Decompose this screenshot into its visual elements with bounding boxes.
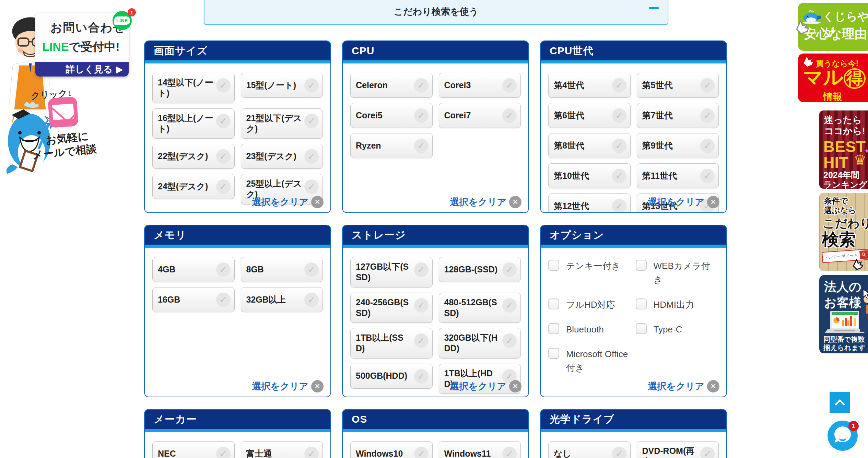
filter-option-button[interactable]: 4GB✓	[152, 257, 235, 282]
filter-option-button[interactable]: 21型以下(デスク)✓	[241, 108, 323, 139]
check-icon: ✓	[216, 293, 231, 307]
checkbox-icon[interactable]	[548, 323, 559, 334]
banner-kujiraya-reasons[interactable]: くじらやが 安心な理由	[798, 3, 868, 51]
panel-title: 画面サイズ	[154, 44, 208, 58]
checkbox-icon[interactable]	[548, 348, 559, 359]
mail-consult-banner[interactable]: クリック↓ お気軽に メールで相談	[2, 90, 108, 176]
option-checkbox[interactable]: WEBカメラ付き	[636, 260, 719, 287]
filter-option-button[interactable]: 128GB-(SSD)✓	[439, 257, 521, 282]
filter-option-button[interactable]: 16型以上(ノート)✓	[152, 108, 235, 139]
check-icon: ✓	[700, 447, 715, 458]
clear-selection-link[interactable]: 選択をクリア ✕	[252, 196, 324, 208]
filter-option-button[interactable]: 23型(デスク)✓	[241, 144, 323, 169]
option-checkbox[interactable]: Type-C	[636, 323, 719, 336]
filter-option-button[interactable]: 第4世代✓	[548, 73, 631, 98]
filter-option-button[interactable]: 32GB以上✓	[241, 287, 323, 312]
panel-body: 14型以下(ノート)✓15型(ノート)✓16型以上(ノート)✓21型以下(デスク…	[145, 63, 330, 212]
filter-option-button[interactable]: 8GB✓	[241, 257, 323, 282]
filter-option-label: なし	[554, 448, 571, 458]
filter-option-button[interactable]: Corei5✓	[350, 103, 433, 128]
option-checkbox[interactable]: Bluetooth	[548, 323, 632, 336]
checkbox-icon[interactable]	[548, 260, 559, 271]
clear-selection-label: 選択をクリア	[252, 196, 308, 208]
panel-body: Celeron✓Corei3✓Corei5✓Corei7✓Ryzen✓ 選択をク…	[343, 63, 528, 212]
filter-option-button[interactable]: 第11世代✓	[637, 163, 719, 188]
filter-option-button[interactable]: 第10世代✓	[548, 163, 631, 188]
collapse-minus-icon[interactable]	[649, 7, 659, 9]
banner-corporate-sub2: 揃えられます	[823, 343, 865, 352]
filter-option-button[interactable]: Windows11✓	[439, 441, 521, 458]
filter-option-label: 16型以上(ノート)	[158, 113, 214, 134]
checkbox-icon[interactable]	[548, 298, 559, 309]
filter-panel-optical-drive: 光学ドライブ なし✓DVD-ROM(再生)✓ 選択をクリア ✕	[540, 409, 727, 458]
checkbox-icon[interactable]	[636, 323, 647, 334]
filter-option-button[interactable]: 第6世代✓	[548, 103, 631, 128]
clear-selection-label: 選択をクリア	[252, 380, 308, 392]
filter-option-label: 1TB以上(SSD)	[356, 332, 412, 354]
clear-selection-label: 選択をクリア	[450, 380, 506, 392]
filter-option-button[interactable]: 第7世代✓	[637, 103, 719, 128]
filter-option-button[interactable]: Celeron✓	[350, 73, 433, 98]
filter-option-button[interactable]: 第8世代✓	[548, 133, 631, 158]
panel-accent-stripe	[541, 60, 726, 63]
filter-option-button[interactable]: 第5世代✓	[637, 73, 719, 98]
filter-option-button[interactable]: 320GB以下(HDD)✓	[439, 328, 521, 359]
filter-option-button[interactable]: 富士通✓	[241, 441, 323, 458]
panel-items: Windows10✓Windows11✓	[350, 441, 521, 458]
option-checkbox[interactable]: テンキー付き	[548, 260, 632, 273]
filter-panel-screen-size: 画面サイズ 14型以下(ノート)✓15型(ノート)✓16型以上(ノート)✓21型…	[144, 40, 331, 213]
advanced-search-toggle[interactable]: こだわり検索を使う	[204, 0, 668, 25]
filter-option-button[interactable]: 15型(ノート)✓	[241, 73, 323, 98]
panel-header: メーカー	[145, 410, 330, 429]
filter-option-button[interactable]: 24型(デスク)✓	[152, 174, 235, 199]
filter-panel-maker: メーカー NEC✓富士通✓ 選択をクリア ✕	[144, 409, 331, 458]
clear-x-icon: ✕	[707, 380, 719, 392]
filter-option-button[interactable]: 480-512GB(SSD)✓	[439, 293, 521, 323]
clear-selection-link[interactable]: 選択をクリア ✕	[648, 380, 719, 392]
check-icon: ✓	[700, 108, 715, 123]
line-banner-cta[interactable]: 詳しく見る▶	[35, 62, 129, 77]
filter-option-button[interactable]: 240-256GB(SSD)✓	[350, 293, 433, 323]
clear-selection-link[interactable]: 選択をクリア ✕	[648, 196, 719, 208]
filter-option-button[interactable]: 14型以下(ノート)✓	[152, 73, 235, 103]
chat-widget-button[interactable]: 1	[828, 421, 858, 451]
checkbox-icon[interactable]	[636, 298, 647, 309]
filter-option-button[interactable]: Windows10✓	[350, 441, 433, 458]
filter-option-button[interactable]: なし✓	[548, 441, 631, 458]
banner-kodawari-search[interactable]: 条件で 選ぶなら こだわり 検索 テンキー付ノート	[819, 193, 868, 271]
scroll-to-top-button[interactable]	[830, 392, 850, 413]
banner-corporate-line1: 法人の	[824, 279, 861, 295]
banner-corporate-customers[interactable]: 法人の お客様 同型番で複数 揃えられます	[819, 275, 868, 353]
panel-items: 127GB以下(SSD)✓128GB-(SSD)✓240-256GB(SSD)✓…	[350, 257, 521, 394]
filter-option-label: 第7世代	[642, 110, 673, 121]
filter-option-button[interactable]: 500GB(HDD)✓	[350, 364, 433, 389]
filter-option-button[interactable]: Corei3✓	[439, 73, 521, 98]
filter-option-button[interactable]: 22型(デスク)✓	[152, 144, 235, 169]
filter-option-button[interactable]: NEC✓	[152, 441, 235, 458]
clear-selection-link[interactable]: 選択をクリア ✕	[450, 196, 521, 208]
filter-option-button[interactable]: 第9世代✓	[637, 133, 719, 158]
checkbox-icon[interactable]	[636, 260, 647, 271]
filter-option-button[interactable]: DVD-ROM(再生)✓	[637, 441, 719, 458]
filter-option-button[interactable]: Ryzen✓	[350, 133, 433, 158]
clear-x-icon: ✕	[509, 380, 521, 392]
banner-best-hit-ranking[interactable]: 迷ったら ココから! BEST HIT ♛ ✦ 2024年間 ランキング	[819, 110, 868, 189]
option-checkbox[interactable]: HDMI出力	[636, 298, 719, 312]
panel-header: OS	[343, 410, 528, 429]
option-checkbox[interactable]: Microsoft Office付き	[548, 348, 632, 375]
filter-option-button[interactable]: 第12世代✓	[548, 193, 631, 213]
banner-marutoku-info[interactable]: 買うなら今! マル得 情報	[798, 54, 868, 102]
filter-option-button[interactable]: 16GB✓	[152, 287, 235, 312]
option-checkbox[interactable]: フルHD対応	[548, 298, 632, 312]
filter-option-button[interactable]: 1TB以上(SSD)✓	[350, 328, 433, 359]
banner-besthit-line2: ココから!	[824, 125, 865, 137]
panel-header: CPU世代	[541, 41, 726, 60]
filter-panel-os: OS Windows10✓Windows11✓ 選択をクリア ✕	[342, 409, 529, 458]
filter-option-button[interactable]: Corei7✓	[439, 103, 521, 128]
clear-selection-link[interactable]: 選択をクリア ✕	[252, 380, 324, 392]
filter-option-button[interactable]: 127GB以下(SSD)✓	[350, 257, 433, 287]
panel-title: CPU世代	[550, 44, 594, 58]
line-banner-line2: LINEで受付中!	[42, 39, 120, 55]
clear-selection-link[interactable]: 選択をクリア ✕	[450, 380, 521, 392]
arrow-right-icon: ▶	[116, 64, 123, 75]
